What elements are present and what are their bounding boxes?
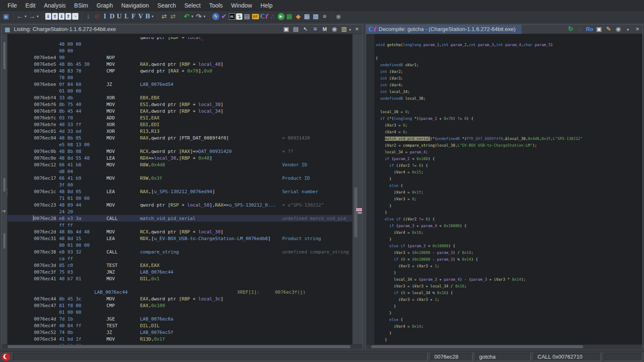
decompiler-line[interactable]: 27} <box>366 209 642 216</box>
listing-row[interactable]: 01 00 00 <box>8 309 352 315</box>
listing-row[interactable]: 0076ec4f40 84 ffTESTDIL,DIL <box>8 322 352 329</box>
listing-code[interactable]: qword ptr [RBP + local_48 00 0000 000076… <box>8 34 352 344</box>
decompiler-line[interactable]: 19if (param_2 < 0x100) { <box>366 155 642 162</box>
decompiler-line[interactable]: 43else { <box>366 316 642 323</box>
decompiler-line[interactable]: 23else { <box>366 182 642 189</box>
listing-row[interactable]: 0076ec0b48 8b 08MOVRCX,qword ptr [RAX]=>… <box>8 148 352 155</box>
swap-in-icon[interactable]: ⇄ <box>160 13 168 21</box>
menu-tools[interactable]: Tools <box>205 0 227 11</box>
symbol-references-icon[interactable]: ▩ <box>312 13 320 21</box>
decompiler-line[interactable]: 29if (param_3 + param_4 < 0x10000) { <box>366 222 642 229</box>
dropdown-icon[interactable]: ▾ <box>624 26 632 34</box>
paste-icon[interactable]: ▤ <box>292 25 300 33</box>
listing-row[interactable]: 0076ec2d48 8b 4d 48MOVRCX,qword ptr [RBP… <box>8 228 352 235</box>
redo-icon[interactable]: ↷ <box>195 13 203 21</box>
listing-row[interactable]: 0076ebe490NOP <box>8 54 352 61</box>
binary-view-icon[interactable]: 01 <box>229 13 235 20</box>
menu-graph[interactable]: Graph <box>92 0 117 11</box>
decompiler-line[interactable]: 15iVar4 = 0; <box>366 129 642 135</box>
decompiler-line[interactable]: 5undefined8 uVar1; <box>366 62 642 68</box>
listing-row[interactable]: e5 08 13 00 <box>8 141 352 148</box>
listing-row[interactable]: 0076ec28e8 e3 3aCALLmatch_vid_pid_serial… <box>8 215 352 222</box>
listing-row[interactable]: ff ff <box>8 222 352 228</box>
decompiler-line[interactable]: 17iVar2 = compare_string(local_30,L"EV-B… <box>366 142 642 149</box>
menu-edit[interactable]: Edit <box>21 0 40 11</box>
listing-row[interactable]: 0076ec3d85 c0TESTEAX,EAX <box>8 262 352 269</box>
decompiler-line[interactable]: 1 <box>366 35 642 41</box>
listing-row[interactable]: 0076ebee0f 84 60JZLAB_0076ed54 <box>8 81 352 88</box>
format-function-icon[interactable]: F <box>130 13 137 21</box>
listing-row[interactable]: 0076ec2348 89 44MOVqword ptr [RSP + loca… <box>8 202 352 208</box>
listing-row[interactable]: 0076ec4d7d 1bJGELAB_0076ec6a <box>8 315 352 322</box>
listing-row[interactable]: 0076ebfe40 33 ffXOREDI,EDI <box>8 121 352 128</box>
decompiler-header[interactable]: Cf Decompile: gotcha - (ChargeStation-1.… <box>366 25 642 34</box>
import-icon[interactable]: ↴ <box>236 13 242 20</box>
listing-row[interactable]: 00 00 <box>8 47 352 54</box>
decompiler-line[interactable]: 6int iVar2; <box>366 68 642 75</box>
menu-bsim[interactable]: BSim <box>70 0 92 11</box>
listing-row[interactable]: 0076ebf433 dbXOREBX,EBX <box>8 94 352 101</box>
decompiler-line[interactable]: 11 <box>366 102 642 109</box>
decompiler-line[interactable]: 24iVar4 = 0x1f; <box>366 189 642 196</box>
listing-row[interactable]: d8 04 <box>8 168 352 175</box>
decompiler-line[interactable]: 26} <box>366 202 642 209</box>
snapshot-icon[interactable]: ◉ <box>614 25 622 33</box>
clear-code-icon[interactable]: ⊘ <box>93 13 101 21</box>
world-lightning-icon[interactable]: ϟ <box>212 13 219 20</box>
format-undefined-icon[interactable]: U <box>116 13 122 21</box>
decompiler-line[interactable]: 25iVar3 = 0; <box>366 196 642 202</box>
callgraph-icon[interactable]: ∴ <box>269 13 277 21</box>
decompiler-line[interactable]: 7int iVar3; <box>366 75 642 82</box>
decompiler-line[interactable]: 42} <box>366 310 642 316</box>
back-icon[interactable]: ← <box>16 13 24 21</box>
memory-in-icon[interactable]: ⇓ <box>45 13 51 20</box>
decompiler-code[interactable]: 12void gotcha(longlong param_1,int param… <box>366 34 642 344</box>
decompiler-line[interactable]: 21iVar4 = 0x15; <box>366 169 642 176</box>
datatype-manager-icon[interactable]: DT <box>252 14 259 19</box>
format-variable-icon[interactable]: V <box>138 13 144 21</box>
close-icon[interactable]: × <box>353 25 361 33</box>
decompiler-line[interactable]: 3 <box>366 48 642 55</box>
decompiler-line[interactable]: 36} <box>366 269 642 276</box>
decompiler-line[interactable]: 13if (*(longlong *)(param_1 + 0x78) != 0… <box>366 115 642 122</box>
console-icon[interactable]: ▤ <box>243 13 251 21</box>
memory-out-icon[interactable]: ⇑ <box>52 13 58 20</box>
menu-help[interactable]: Help <box>256 0 277 11</box>
memory-in2-icon[interactable]: ⇓ <box>59 13 65 20</box>
diff-view-icon[interactable]: M <box>321 26 329 34</box>
decompiler-hscroll-thumb[interactable] <box>371 345 583 348</box>
decompiler-line[interactable]: 28else if (iVar2 != 0) { <box>366 216 642 222</box>
listing-row[interactable]: 3f 00 <box>8 181 352 188</box>
swap-out-icon[interactable]: ⇄ <box>169 13 177 21</box>
readonly-badge[interactable]: Ro <box>586 25 593 33</box>
listing-hscroll-thumb[interactable] <box>8 345 351 348</box>
listing-row[interactable]: 0076ec1766 41 b9MOVR9W,0x3fProduct ID <box>8 175 352 181</box>
decompiler-line[interactable]: 18local_34 = param_4; <box>366 149 642 155</box>
decompiler-line[interactable]: 22} <box>366 176 642 182</box>
decompiler-line[interactable]: 46} <box>366 336 642 343</box>
undo-icon-dropdown-caret[interactable]: ▼ <box>191 15 194 18</box>
menu-select[interactable]: Select <box>180 0 205 11</box>
listing-row[interactable] <box>8 282 352 289</box>
decompiler-line[interactable]: 16match_vid_pid_serial(*(undefined8 *)PT… <box>366 135 642 142</box>
undo-icon[interactable]: ↶ <box>183 13 191 21</box>
listing-row[interactable]: 0076ec5274 0bJZLAB_0076ec5f <box>8 329 352 336</box>
listing-format-icon[interactable]: ▥ <box>340 25 348 33</box>
snapshot-icon[interactable]: ◉ <box>330 25 338 33</box>
format-instruction-icon[interactable]: I <box>102 13 108 21</box>
listing-row[interactable]: 0076ebfc03 f0ADDESI,EAX <box>8 114 352 121</box>
save-icon[interactable]: ▣ <box>2 13 10 21</box>
decompiler-line[interactable]: 33iVar3 = (0x10000 - param_3) / 0x14; <box>366 249 642 256</box>
decompiler-line[interactable]: 35iVar3 = iVar3 + 1; <box>366 263 642 269</box>
refresh-icon[interactable]: ↻ <box>567 25 575 33</box>
listing-row[interactable]: 0076ec448b 45 3cMOVEAX,dword ptr [RBP + … <box>8 295 352 302</box>
listing-row[interactable]: 0076ec5441 bd 1fMOVR13D,0x1f <box>8 336 352 342</box>
edit-icon[interactable]: ✎ <box>605 25 613 33</box>
decompiler-line[interactable]: 2void gotcha(longlong param_1,int param_… <box>366 41 642 48</box>
decompiler-icon[interactable]: Cf <box>260 13 268 21</box>
function-graph-icon[interactable]: ∴ <box>576 26 584 34</box>
validate-check-icon[interactable]: ✔ <box>220 13 228 21</box>
cursor-location-icon[interactable]: ↖ <box>301 25 309 33</box>
run-script-icon[interactable]: ▶ <box>278 13 285 20</box>
listing-row[interactable]: 0076ec0e48 8d 55 48LEARDX=>local_30,[RBP… <box>8 155 352 161</box>
